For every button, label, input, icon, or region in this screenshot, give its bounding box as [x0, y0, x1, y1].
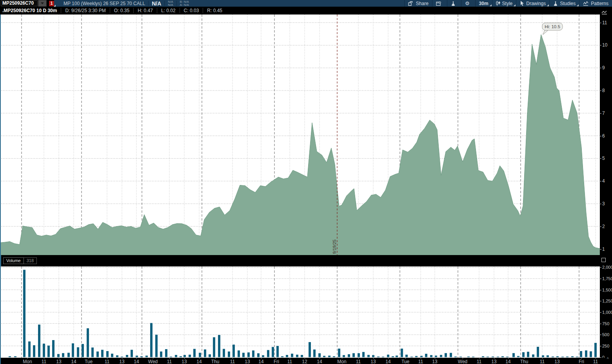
cursor-arrow-icon [520, 1, 524, 6]
time-tick-label: 12 [302, 359, 307, 364]
time-tick-label: 14 [196, 359, 202, 364]
time-tick-label: 13 [554, 359, 559, 364]
price-tick-label: 10 [602, 42, 607, 48]
bid-ask-values: B: N/AA: N/A [180, 0, 189, 7]
chevron-down-icon [41, 2, 44, 4]
time-tick-label: Thu [520, 359, 528, 364]
price-tick-label: 1 [602, 246, 605, 252]
time-tick-label: 14 [258, 359, 263, 364]
studies-button[interactable]: Studies [549, 0, 579, 7]
calendar-clock-icon [436, 1, 441, 6]
volume-tick [600, 324, 601, 324]
time-tick-label: Thu [211, 359, 220, 364]
share-label: Share [416, 1, 429, 6]
separator [164, 1, 165, 6]
time-tick-label: 13 [182, 359, 187, 364]
volume-panel-detach-icon[interactable] [601, 258, 606, 262]
collapse-axis-icon[interactable]: ^ [607, 357, 609, 361]
drawings-label: Drawings [526, 1, 546, 6]
info-field: O: 0.35 [110, 8, 133, 13]
info-field: C: 0.03 [180, 8, 203, 13]
price-tick-label: 8 [602, 88, 605, 93]
price-tick [600, 249, 601, 250]
volume-tick-label: 500 [602, 332, 609, 337]
trading-platform-window: 1 MP 100 (Weeklys) 26 SEP 25 70 CALL N/A… [0, 0, 612, 364]
price-axis-settings-icon[interactable] [601, 11, 608, 14]
share-button[interactable]: Share [404, 0, 432, 7]
time-tick-label: 11 [477, 359, 481, 364]
price-tick-label: 4 [602, 178, 605, 184]
time-tick-label: Wed [148, 359, 158, 364]
event-date-label: 9/19/25 [332, 239, 337, 254]
time-tick-label: 11 [540, 359, 545, 364]
price-tick [600, 23, 601, 23]
volume-tick-label: 2,000 [602, 265, 612, 270]
price-tick [600, 113, 601, 114]
price-axis[interactable]: 1234567891011 [600, 14, 612, 255]
studies-label: Studies [560, 1, 576, 6]
price-tick-label: 7 [602, 110, 605, 116]
volume-tick-label: 1,750 [602, 276, 612, 281]
toolbar-buttons: Share ⚙ 30m Style [404, 0, 612, 7]
symbol-input[interactable] [1, 0, 38, 6]
time-tick-label: 11 [593, 359, 598, 364]
volume-tick-label: 1,000 [602, 310, 612, 315]
volume-chart-canvas[interactable] [0, 266, 600, 358]
gear-icon: ⚙ [465, 0, 470, 6]
timeframe-button[interactable]: 30m [475, 0, 492, 7]
symbol-dropdown-button[interactable] [38, 0, 47, 7]
price-tick [600, 91, 601, 91]
time-tick-label: Tue [401, 359, 409, 364]
patterns-button[interactable]: Patterns [579, 0, 612, 7]
info-field: R: 0.45 [203, 8, 226, 13]
instrument-description: MP 100 (Weeklys) 26 SEP 25 70 CALL [64, 1, 145, 6]
drawings-button[interactable]: Drawings [516, 0, 549, 7]
time-tick-label: Fri [579, 359, 584, 364]
time-tick-label: 11 [230, 359, 235, 364]
time-tick-label: 14 [71, 359, 76, 364]
time-tick-label: 11 [356, 359, 361, 364]
calendar-button[interactable] [432, 0, 447, 7]
volume-last-value: 318 [24, 257, 37, 264]
price-tick [600, 204, 601, 204]
volume-axis[interactable]: 02505007501,0001,2501,5001,7502,000 [600, 266, 612, 358]
volume-tick-label: 750 [602, 321, 609, 326]
time-tick-label: 13 [119, 359, 124, 364]
time-tick-label: Fri [274, 359, 279, 364]
ohlc-fields: D: 9/26/25 3:30 PMO: 0.35H: 0.47L: 0.02C… [61, 8, 226, 13]
time-tick-label: Mon [23, 359, 32, 364]
candlestick-icon [496, 1, 500, 6]
settings-button[interactable]: ⚙ [461, 0, 475, 7]
time-tick-label: 11 [105, 359, 109, 364]
last-price-value: N/A [152, 0, 161, 7]
price-tick-label: 6 [602, 133, 605, 139]
time-tick-label: 13 [432, 359, 437, 364]
time-tick-label: 14 [134, 359, 139, 364]
time-tick-label: 11 [42, 359, 46, 364]
info-field: H: 0.47 [133, 8, 157, 13]
price-tick-label: 2 [602, 224, 605, 229]
style-label: Style [502, 1, 513, 6]
volume-bars [9, 270, 597, 357]
volume-tick-label: 250 [602, 344, 609, 348]
price-tick [600, 45, 601, 45]
time-tick-label: 13 [56, 359, 61, 364]
volume-panel-grip[interactable] [0, 255, 1, 266]
price-tick [600, 226, 601, 227]
style-button[interactable]: Style [492, 0, 516, 7]
volume-header: Volume 318 [0, 255, 612, 266]
time-tick-label: 14 [505, 359, 510, 364]
alert-badge[interactable]: 1 [49, 1, 54, 6]
flask-icon [553, 1, 558, 6]
chart-title: .MP250926C70 10 D 30m [0, 8, 61, 13]
volume-study-label[interactable]: Volume [3, 257, 24, 264]
time-axis[interactable]: Mon111314Tue111314Wed111314Thu111314Fri1… [0, 358, 612, 364]
zigzag-pattern-icon [583, 1, 589, 6]
price-chart-canvas[interactable]: 9/19/25Hi: 10.5 [0, 14, 600, 255]
symbol-entry-area: 1 [0, 0, 54, 7]
price-tick [600, 68, 601, 68]
separator [176, 1, 177, 6]
analysis-tools-button[interactable] [447, 0, 461, 7]
time-tick-label: 11 [287, 359, 292, 364]
price-tick [600, 181, 601, 181]
